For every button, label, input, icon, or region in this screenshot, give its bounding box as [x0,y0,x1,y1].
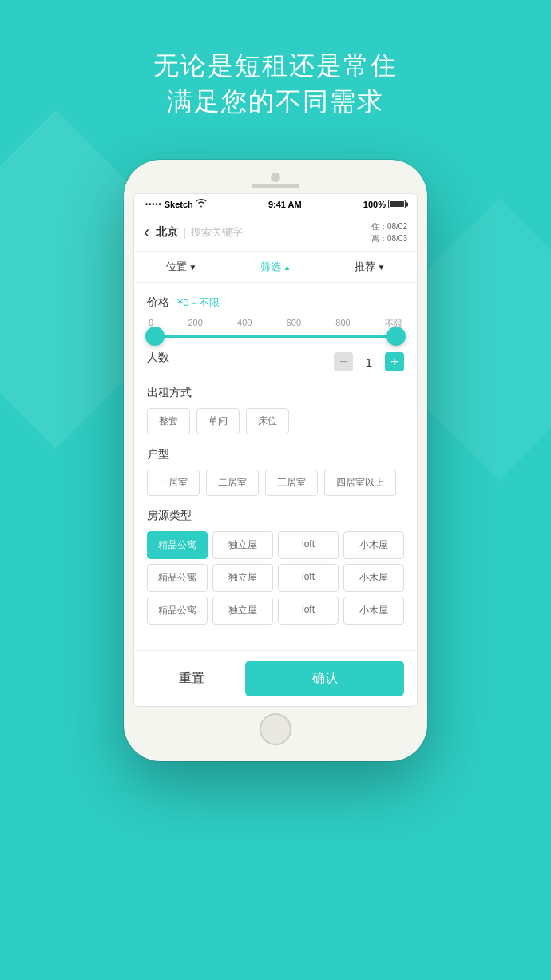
wifi-icon [196,199,207,209]
checkout-date: 离：08/03 [371,232,407,244]
nav-bar: ‹ 北京 | 搜索关键字 住：08/02 离：08/03 [134,214,417,252]
phone-mockup: ••••• Sketch 9:41 AM 100% [124,160,427,761]
room-type-row-3: 精品公寓 独立屋 loft 小木屋 [147,597,404,625]
option-一居室[interactable]: 一居室 [147,470,200,496]
room-type-小木屋-1[interactable]: 小木屋 [343,531,404,559]
bottom-bar: 重置 确认 [134,650,417,706]
rent-type-section: 出租方式 整套 单间 床位 [147,386,404,434]
tab-recommend-label: 推荐 [355,260,375,274]
price-scale: 0 200 400 600 800 不限 [147,318,404,330]
tab-location-label: 位置 [166,260,187,274]
confirm-button[interactable]: 确认 [245,661,404,696]
persons-count: 1 [361,355,377,369]
carrier-name: Sketch [165,200,193,209]
room-type-独立屋-2[interactable]: 独立屋 [212,564,273,592]
date-info: 住：08/02 离：08/03 [371,220,407,244]
headline: 无论是短租还是常住 满足您的不同需求 [0,48,551,120]
option-三居室[interactable]: 三居室 [265,470,318,496]
status-left: ••••• Sketch [145,199,207,209]
price-label: 价格 ¥0－不限 [147,296,404,310]
rent-type-options: 整套 单间 床位 [147,408,404,434]
signal-dots: ••••• [145,200,162,208]
room-type-row-2: 精品公寓 独立屋 loft 小木屋 [147,564,404,592]
price-section: 价格 ¥0－不限 0 200 400 600 800 不限 [147,296,404,338]
room-type-小木屋-3[interactable]: 小木屋 [343,597,404,625]
price-slider[interactable] [155,335,396,338]
room-type-精品公寓-1[interactable]: 精品公寓 [147,531,208,559]
search-area[interactable]: 北京 | 搜索关键字 [156,225,365,240]
headline-line1: 无论是短租还是常住 [0,48,551,84]
persons-row: 人数 − 1 + [147,351,404,373]
room-type-精品公寓-3[interactable]: 精品公寓 [147,597,208,625]
room-type-loft-2[interactable]: loft [278,564,339,592]
tab-filter[interactable]: 筛选 ▲ [260,260,291,274]
persons-minus-button[interactable]: − [334,352,353,371]
option-四居室以上[interactable]: 四居室以上 [324,470,396,496]
status-bar: ••••• Sketch 9:41 AM 100% [134,194,417,214]
back-button[interactable]: ‹ [144,222,149,243]
room-type-独立屋-1[interactable]: 独立屋 [212,531,273,559]
count-control: − 1 + [334,352,404,371]
city-name: 北京 [156,225,178,240]
room-layout-options: 一居室 二居室 三居室 四居室以上 [147,470,404,496]
room-type-loft-3[interactable]: loft [278,597,339,625]
filter-tabs: 位置 ▼ 筛选 ▲ 推荐 ▼ [134,252,417,283]
option-整套[interactable]: 整套 [147,408,190,434]
phone-home-button[interactable] [260,713,291,745]
checkin-date: 住：08/02 [371,220,407,232]
room-type-row-1: 精品公寓 独立屋 loft 小木屋 [147,531,404,559]
option-单间[interactable]: 单间 [196,408,240,434]
price-value: ¥0－不限 [177,296,220,310]
tab-location-arrow: ▼ [189,263,197,272]
status-time: 9:41 AM [268,200,302,209]
room-type-精品公寓-2[interactable]: 精品公寓 [147,564,208,592]
phone-speaker [252,184,299,188]
headline-line2: 满足您的不同需求 [0,84,551,120]
phone-outer: ••••• Sketch 9:41 AM 100% [124,160,427,761]
room-type-loft-1[interactable]: loft [278,531,339,559]
room-layout-section: 户型 一居室 二居室 三居室 四居室以上 [147,447,404,496]
battery-icon [388,200,406,208]
search-input[interactable]: 搜索关键字 [191,225,243,240]
phone-screen: ••••• Sketch 9:41 AM 100% [133,193,418,707]
room-layout-label: 户型 [147,447,404,462]
status-right: 100% [363,200,406,209]
reset-button[interactable]: 重置 [147,661,236,696]
tab-recommend-arrow: ▼ [378,263,386,272]
tab-location[interactable]: 位置 ▼ [166,260,197,274]
persons-plus-button[interactable]: + [385,352,404,371]
persons-label: 人数 [147,351,169,365]
battery-percent: 100% [363,200,386,209]
tab-recommend[interactable]: 推荐 ▼ [355,260,386,274]
room-type-label: 房源类型 [147,509,404,523]
filter-panel: 价格 ¥0－不限 0 200 400 600 800 不限 [134,283,417,650]
option-床位[interactable]: 床位 [246,408,289,434]
slider-thumb-min[interactable] [145,327,165,346]
option-二居室[interactable]: 二居室 [206,470,259,496]
room-type-小木屋-2[interactable]: 小木屋 [343,564,404,592]
search-divider: | [183,226,186,239]
room-type-独立屋-3[interactable]: 独立屋 [212,597,273,625]
rent-type-label: 出租方式 [147,386,404,400]
phone-camera [271,173,280,182]
tab-filter-arrow: ▲ [283,263,291,272]
slider-thumb-max[interactable] [386,327,406,346]
tab-filter-label: 筛选 [260,260,281,274]
room-type-section: 房源类型 精品公寓 独立屋 loft 小木屋 精品公寓 独立屋 loft 小木屋 [147,509,404,625]
battery-fill [390,201,404,207]
persons-section: 人数 − 1 + [147,351,404,373]
